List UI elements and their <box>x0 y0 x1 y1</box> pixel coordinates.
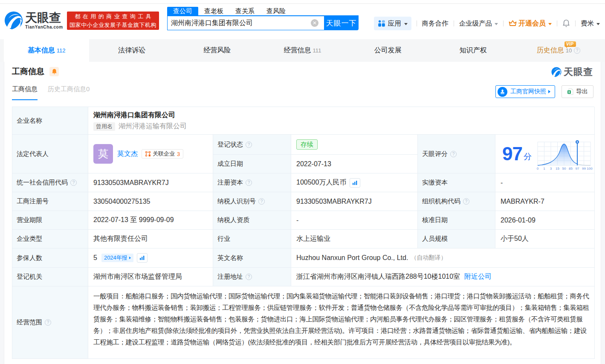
paid-capital-label: 实缴资本 <box>418 173 495 192</box>
search-tab-risk[interactable]: 查风险 <box>261 7 292 15</box>
insured-count-chart-button[interactable] <box>137 253 148 263</box>
crown-icon <box>509 20 517 27</box>
svg-text:100: 100 <box>587 167 593 170</box>
cell-text: 其他有限责任公司 <box>93 234 148 243</box>
notification-bell-icon[interactable] <box>562 19 570 28</box>
tab-company-development[interactable]: 公司发展 <box>345 39 431 62</box>
subscribe-bell-icon[interactable] <box>49 67 59 76</box>
search-tab-company[interactable]: 查公司 <box>167 7 198 15</box>
cell-text: 91330503MABRAYKR7J <box>296 198 372 205</box>
cell-text: 营业期限 <box>17 216 42 224</box>
related-companies-chip[interactable]: 关联企业 3 <box>142 149 183 159</box>
org-code-help-icon[interactable]: ? <box>463 198 469 205</box>
svg-text:97: 97 <box>576 167 579 170</box>
approval-date-value: 2026-01-09 <box>495 211 595 230</box>
cell-text: MABRAYKR-7 <box>501 198 544 205</box>
company-type-label: 企业类型 <box>12 230 88 248</box>
business-term-label: 营业期限 <box>12 211 88 230</box>
promo-line2: 国家中小企业发展子基金旗下机构 <box>69 21 156 29</box>
clear-search-icon[interactable]: ✕ <box>311 19 318 27</box>
vip-caret-icon <box>548 23 552 25</box>
cell-text: 小于50人 <box>501 234 529 243</box>
search-tab-relation[interactable]: 查关系 <box>229 7 261 15</box>
legal-rep-avatar[interactable]: 莫 <box>93 144 113 164</box>
svg-text:15: 15 <box>556 167 559 170</box>
menu-divider <box>503 20 504 26</box>
enterprise-products-label: 企业级产品 <box>459 19 492 28</box>
business-info-table: 企业名称 湖州南浔港口集团有限公司 曾用名 湖州浔港运输有限公司 法定代表人 莫… <box>12 107 594 359</box>
reg-authority-label: 登记机关 <box>12 268 88 286</box>
tab-basic-info-label: 基本信息 <box>28 46 55 55</box>
apps-caret-icon <box>404 23 408 25</box>
establish-date-value: 2022-07-13 <box>291 155 418 173</box>
user-caret-icon <box>596 23 600 25</box>
legal-rep-name-link[interactable]: 莫文杰 <box>117 150 138 159</box>
tab-development-label: 公司发展 <box>374 46 402 55</box>
apps-menu[interactable]: 应用 <box>374 17 411 30</box>
history-help-icon[interactable]: ? <box>574 47 580 54</box>
apps-icon <box>378 20 385 27</box>
enterprise-products-menu[interactable]: 企业级产品 <box>459 19 498 28</box>
tianyancha-logo[interactable]: 天眼查 TianYanCha.com <box>4 11 63 30</box>
cell-text: 330504000275135 <box>93 198 150 205</box>
nearby-companies-link[interactable]: 附近公司 <box>464 272 492 281</box>
company-name[interactable]: 湖州南浔港口集团有限公司 <box>93 110 175 120</box>
subtab-business-info[interactable]: 工商信息 <box>12 85 38 100</box>
taxpayer-id-help-icon[interactable]: ? <box>258 198 265 205</box>
former-name: 湖州浔港运输有限公司 <box>119 122 187 131</box>
status-badge: 存续 <box>296 139 318 150</box>
tab-ip-label: 知识产权 <box>460 46 487 55</box>
cell-text: 经营范围 <box>17 318 42 326</box>
tab-legal-proceedings[interactable]: 法律诉讼 <box>89 39 174 62</box>
cell-text: 登记机关 <box>17 273 42 281</box>
official-snapshot-button[interactable]: 工商官网快照 <box>495 85 555 98</box>
credit-code-label: 统一社会信用代码? <box>12 173 88 192</box>
score-help-icon[interactable]: ? <box>450 151 457 157</box>
reg-status-value: 存续 <box>291 135 418 155</box>
search-block: 查公司 查老板 查关系 查风险 湖州南浔港口集团有限公司 ✕ 天眼一下 <box>167 8 359 30</box>
user-menu[interactable]: 费米 <box>581 19 600 28</box>
tab-history-info[interactable]: VIP 历史信息 10 ? <box>516 39 601 62</box>
bar-chart-icon <box>139 255 145 260</box>
reg-address-help-icon[interactable]: ? <box>246 274 252 280</box>
industry-value: 水上运输业 <box>291 230 418 248</box>
reg-status-help-icon[interactable]: ? <box>246 142 252 148</box>
export-button[interactable]: 导出 <box>562 85 593 98</box>
search-tab-boss[interactable]: 查老板 <box>198 7 229 15</box>
credit-code-help-icon[interactable]: ? <box>70 179 77 186</box>
menu-divider <box>557 20 557 26</box>
search-button[interactable]: 天眼一下 <box>324 16 359 30</box>
svg-text:3: 3 <box>550 167 552 170</box>
tab-risk-label: 经营风险 <box>203 46 231 55</box>
taxpayer-id-value: 91330503MABRAYKR7J <box>291 192 418 211</box>
score-label: 天眼评分? <box>418 135 495 173</box>
business-scope-help-icon[interactable]: ? <box>45 319 51 326</box>
cell-text: 2022-07-13 至 9999-09-09 <box>93 216 174 225</box>
cell-text: 实缴资本 <box>422 179 448 187</box>
reg-capital-label: 注册资本? <box>213 173 291 192</box>
org-code-value: MABRAYKR-7 <box>495 192 595 211</box>
tab-operating-info[interactable]: 经营信息 111 <box>260 39 345 62</box>
tab-intellectual-property[interactable]: 知识产权 <box>431 39 516 62</box>
score-axis-labels: 013 155085 9799100 <box>537 167 593 170</box>
business-cooperation-link[interactable]: 商务合作 <box>422 19 449 28</box>
cell-text: 浙江省湖州市南浔区南浔镇人瑞西路288号10楼1010室 <box>296 272 460 281</box>
header: 天眼查 TianYanCha.com 都在用的商业查询工具 国家中小企业发展子基… <box>0 4 605 39</box>
tab-operating-risk[interactable]: 经营风险 <box>174 39 260 62</box>
excel-icon <box>567 88 573 95</box>
cell-text: 工商注册号 <box>17 197 49 205</box>
reg-capital-help-icon[interactable]: ? <box>246 179 252 186</box>
tab-basic-info[interactable]: 基本信息 112 <box>4 39 89 62</box>
annual-report-chip[interactable]: 2024年报 <box>101 254 133 262</box>
vip-upgrade-menu[interactable]: 开通会员 <box>509 19 552 28</box>
subtab-history-business-info[interactable]: 历史工商信息0 <box>48 85 90 100</box>
watermark-logo-icon <box>551 67 562 77</box>
taxpayer-quality-label: 纳税人资质 <box>213 211 291 230</box>
approval-date-label: 核准日期 <box>418 211 495 230</box>
apps-label: 应用 <box>388 19 401 28</box>
export-button-label: 导出 <box>576 88 588 95</box>
reg-capital-chart-button[interactable] <box>350 178 360 188</box>
score-value[interactable]: 97 分 <box>495 135 595 173</box>
promo-banner: 都在用的商业查询工具 国家中小企业发展子基金旗下机构 <box>67 12 159 30</box>
search-input[interactable]: 湖州南浔港口集团有限公司 ✕ <box>167 16 324 30</box>
